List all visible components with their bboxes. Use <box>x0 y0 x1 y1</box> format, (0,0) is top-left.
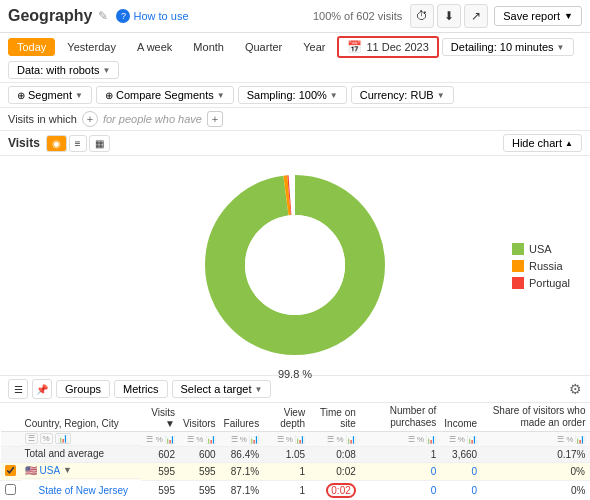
compare-arrow: ▼ <box>217 91 225 100</box>
col-sub-icon-3[interactable]: 📊 <box>55 433 71 444</box>
tab-quarter[interactable]: Quarter <box>236 38 291 56</box>
chart-icon-bar[interactable]: ▦ <box>89 135 110 152</box>
detailing-label: Detailing: 10 minutes <box>451 41 554 53</box>
compare-segments-button[interactable]: ⊕ Compare Segments ▼ <box>96 86 234 104</box>
hide-chart-label: Hide chart <box>512 137 562 149</box>
col-time[interactable]: Time on site <box>309 403 360 432</box>
total-depth: 1.05 <box>263 446 309 462</box>
currency-button[interactable]: Currency: RUB ▼ <box>351 86 454 104</box>
currency-arrow: ▼ <box>437 91 445 100</box>
col-income[interactable]: Income <box>440 403 481 432</box>
usa-flag: 🇺🇸 <box>25 465 37 476</box>
share-icon[interactable]: ↗ <box>464 4 488 28</box>
data-mode-label: Data: with robots <box>17 64 100 76</box>
filter-placeholder: for people who have <box>103 113 202 125</box>
sampling-button[interactable]: Sampling: 100% ▼ <box>238 86 347 104</box>
usa-row: 🇺🇸 USA ▼ 595 595 87.1% 1 0:02 0 0 0% <box>1 462 590 480</box>
nj-checkbox[interactable] <box>5 484 16 495</box>
segment-button[interactable]: ⊕ Segment ▼ <box>8 86 92 104</box>
segment-label: Segment <box>28 89 72 101</box>
calendar-icon: 📅 <box>347 40 362 54</box>
table-check-icon[interactable]: ☰ <box>8 379 28 399</box>
legend-item-russia: Russia <box>512 260 570 272</box>
legend-label-portugal: Portugal <box>529 277 570 289</box>
nj-country[interactable]: State of New Jersey <box>21 480 141 500</box>
filter-add2-button[interactable]: + <box>207 111 223 127</box>
date-value: 11 Dec 2023 <box>366 41 428 53</box>
total-visits: 602 <box>141 446 179 462</box>
legend-color-portugal <box>512 277 524 289</box>
page-title: Geography <box>8 7 92 25</box>
groups-label: Groups <box>65 383 101 395</box>
sampling-label: Sampling: 100% <box>247 89 327 101</box>
svg-point-3 <box>245 215 345 315</box>
col-purchases[interactable]: Number of purchases <box>360 403 441 432</box>
legend-color-usa <box>512 243 524 255</box>
data-mode-button[interactable]: Data: with robots ▼ <box>8 61 119 79</box>
legend-item-portugal: Portugal <box>512 277 570 289</box>
detailing-button[interactable]: Detailing: 10 minutes ▼ <box>442 38 574 56</box>
help-label: How to use <box>133 10 188 22</box>
groups-button[interactable]: Groups <box>56 380 110 398</box>
segment-arrow: ▼ <box>75 91 83 100</box>
save-report-label: Save report <box>503 10 560 22</box>
target-arrow: ▼ <box>254 385 262 394</box>
hide-chart-button[interactable]: Hide chart ▲ <box>503 134 582 152</box>
nj-row: State of New Jersey 595 595 87.1% 1 0:02… <box>1 480 590 500</box>
metrics-button[interactable]: Metrics <box>114 380 167 398</box>
tab-month[interactable]: Month <box>184 38 233 56</box>
compare-label: Compare Segments <box>116 89 214 101</box>
date-picker-button[interactable]: 📅 11 Dec 2023 <box>337 36 438 58</box>
download-icon[interactable]: ⬇ <box>437 4 461 28</box>
legend-color-russia <box>512 260 524 272</box>
sampling-arrow: ▼ <box>330 91 338 100</box>
clock-icon[interactable]: ⏱ <box>410 4 434 28</box>
total-share: 0.17% <box>481 446 589 462</box>
col-sub-icon-1[interactable]: ☰ <box>25 433 38 444</box>
filter-add-button[interactable]: + <box>82 111 98 127</box>
usa-label[interactable]: USA <box>40 465 61 476</box>
total-visitors: 600 <box>179 446 220 462</box>
chart-percent: 99.8 % <box>278 368 312 380</box>
nj-label[interactable]: State of New Jersey <box>39 485 128 496</box>
help-link[interactable]: ? How to use <box>116 9 188 23</box>
total-purchases: 1 <box>360 446 441 462</box>
legend-label-russia: Russia <box>529 260 563 272</box>
usa-country[interactable]: 🇺🇸 USA ▼ <box>21 463 141 479</box>
col-share[interactable]: Share of visitors who made an order <box>481 403 589 432</box>
tab-week[interactable]: A week <box>128 38 181 56</box>
filter-label: Visits in which <box>8 113 77 125</box>
col-visits[interactable]: Visits ▼ <box>141 403 179 432</box>
detailing-arrow: ▼ <box>557 43 565 52</box>
metrics-label: Metrics <box>123 383 158 395</box>
usa-checkbox[interactable] <box>5 465 16 476</box>
col-country[interactable]: Country, Region, City <box>21 403 141 432</box>
help-icon: ? <box>116 9 130 23</box>
chart-icon-donut[interactable]: ◉ <box>46 135 67 152</box>
nj-time-circled: 0:02 <box>326 483 355 498</box>
currency-label: Currency: RUB <box>360 89 434 101</box>
chart-icon-line[interactable]: ≡ <box>69 135 87 152</box>
legend-label-usa: USA <box>529 243 552 255</box>
save-arrow-icon: ▼ <box>564 11 573 21</box>
gear-icon[interactable]: ⚙ <box>569 381 582 397</box>
col-sub-icon-2[interactable]: % <box>40 433 53 444</box>
tab-yesterday[interactable]: Yesterday <box>58 38 125 56</box>
col-failures[interactable]: Failures <box>220 403 264 432</box>
total-label: Total and average <box>21 446 141 462</box>
total-row: Total and average 602 600 86.4% 1.05 0:0… <box>1 446 590 462</box>
col-visitors[interactable]: Visitors <box>179 403 220 432</box>
save-report-button[interactable]: Save report ▼ <box>494 6 582 26</box>
target-label: Select a target <box>181 383 252 395</box>
col-depth[interactable]: View depth <box>263 403 309 432</box>
data-mode-arrow: ▼ <box>103 66 111 75</box>
table-pin-icon[interactable]: 📌 <box>32 379 52 399</box>
hide-chart-arrow: ▲ <box>565 139 573 148</box>
tab-today[interactable]: Today <box>8 38 55 56</box>
compare-icon: ⊕ <box>105 90 113 101</box>
target-button[interactable]: Select a target ▼ <box>172 380 272 398</box>
usa-expand-icon[interactable]: ▼ <box>63 465 72 475</box>
legend-item-usa: USA <box>512 243 570 255</box>
title-edit-icon[interactable]: ✎ <box>98 9 108 23</box>
tab-year[interactable]: Year <box>294 38 334 56</box>
